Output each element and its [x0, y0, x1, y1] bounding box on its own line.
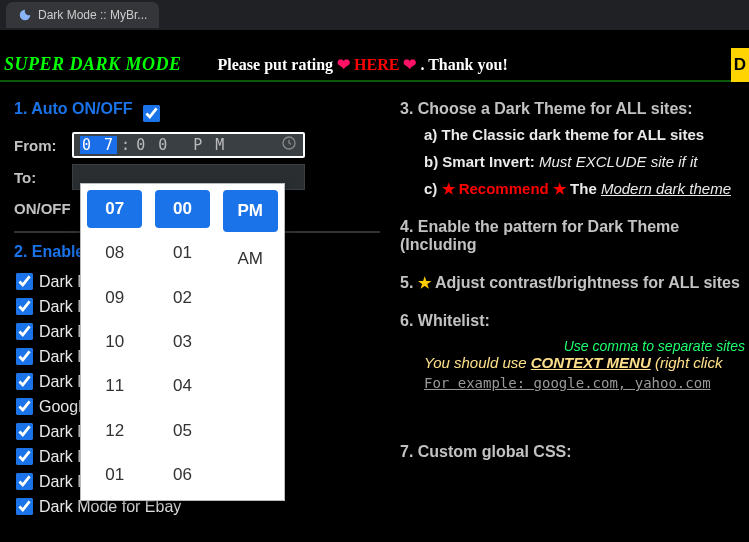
app-title: SUPER DARK MODE	[4, 54, 182, 75]
page-banner: SUPER DARK MODE Please put rating ❤ HERE…	[0, 48, 749, 82]
browser-tabbar: Dark Mode :: MyBr...	[0, 0, 749, 30]
theme-option-a[interactable]: a) The Classic dark theme for ALL sites	[400, 126, 749, 143]
site-checkbox[interactable]	[16, 323, 33, 340]
picker-cell[interactable]: 08	[87, 234, 142, 272]
clock-icon[interactable]	[281, 135, 297, 155]
picker-cell[interactable]: 04	[155, 367, 210, 405]
time-ampm: P M	[193, 136, 226, 154]
site-checkbox[interactable]	[16, 473, 33, 490]
hour-column[interactable]: 07080910111201	[81, 184, 149, 500]
picker-cell[interactable]: AM	[223, 238, 278, 280]
picker-cell[interactable]: 00	[155, 190, 210, 228]
section-3-heading: 3. Choose a Dark Theme for ALL sites:	[400, 100, 749, 118]
theme-option-b[interactable]: b) Smart Invert: Must EXCLUDE site if it	[400, 153, 749, 170]
tab-title: Dark Mode :: MyBr...	[38, 8, 147, 22]
browser-tab[interactable]: Dark Mode :: MyBr...	[6, 2, 159, 28]
right-column: 3. Choose a Dark Theme for ALL sites: a)…	[390, 100, 749, 519]
picker-cell[interactable]: 09	[87, 279, 142, 317]
picker-cell[interactable]: 02	[155, 279, 210, 317]
from-time-input[interactable]: 0 7 : 0 0 P M	[72, 132, 305, 158]
site-checkbox[interactable]	[16, 273, 33, 290]
rating-link[interactable]: HERE	[354, 56, 399, 73]
section-1-heading: 1. Auto ON/OFF	[14, 100, 133, 118]
picker-cell[interactable]: PM	[223, 190, 278, 232]
section-4-heading: 4. Enable the pattern for Dark Theme (In…	[400, 218, 749, 254]
picker-cell[interactable]: 12	[87, 411, 142, 449]
site-checkbox[interactable]	[16, 423, 33, 440]
site-checkbox[interactable]	[16, 298, 33, 315]
theme-option-c[interactable]: c) ★ Recommend ★ The Modern dark theme	[400, 180, 749, 198]
donate-button[interactable]: D	[731, 48, 749, 82]
heart-icon: ❤	[403, 56, 416, 73]
picker-cell[interactable]: 06	[155, 456, 210, 494]
site-checkbox[interactable]	[16, 498, 33, 515]
time-hh: 0 7	[80, 136, 117, 154]
site-checkbox[interactable]	[16, 373, 33, 390]
time-picker-popup: 07080910111201 00010203040506 PMAM	[80, 183, 285, 501]
site-checkbox[interactable]	[16, 348, 33, 365]
picker-cell[interactable]: 05	[155, 411, 210, 449]
moon-icon	[18, 8, 32, 22]
site-checkbox[interactable]	[16, 448, 33, 465]
rating-plea: Please put rating ❤ HERE ❤ . Thank you!	[218, 55, 508, 74]
section-6-heading: 6. Whitelist:	[400, 312, 749, 330]
whitelist-example: For example: google.com, yahoo.com	[400, 375, 749, 391]
from-label: From:	[14, 137, 62, 154]
picker-cell[interactable]: 01	[87, 456, 142, 494]
browser-urlbar	[0, 30, 749, 48]
section-7-heading: 7. Custom global CSS:	[400, 443, 749, 461]
site-checkbox[interactable]	[16, 398, 33, 415]
section-5-heading: 5. ★ Adjust contrast/brightness for ALL …	[400, 274, 749, 292]
to-label: To:	[14, 169, 62, 186]
ampm-column[interactable]: PMAM	[216, 184, 284, 500]
context-menu-note: You should use CONTEXT MENU (right click	[400, 354, 749, 371]
picker-cell[interactable]: 10	[87, 323, 142, 361]
picker-cell[interactable]: 07	[87, 190, 142, 228]
whitelist-note: Use comma to separate sites	[400, 338, 749, 354]
minute-column[interactable]: 00010203040506	[149, 184, 217, 500]
auto-onoff-checkbox[interactable]	[143, 105, 160, 122]
picker-cell[interactable]: 01	[155, 234, 210, 272]
time-mm: 0 0	[136, 136, 169, 154]
picker-cell[interactable]: 03	[155, 323, 210, 361]
picker-cell[interactable]: 11	[87, 367, 142, 405]
heart-icon: ❤	[337, 56, 350, 73]
